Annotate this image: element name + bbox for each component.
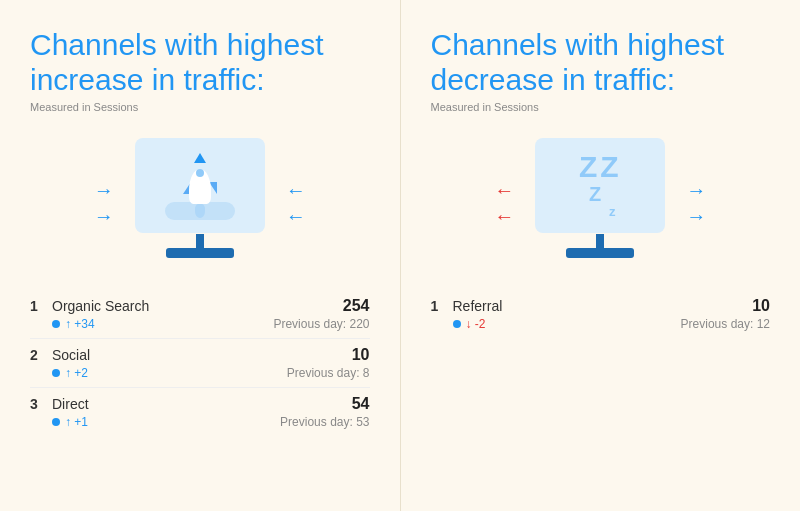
left-channel-list: 1 Organic Search 254 ↑ +34 Previous day:… — [30, 290, 370, 436]
rocket-nose — [194, 153, 206, 163]
channel-name-2: Social — [52, 347, 90, 363]
left-illustration: → → — [30, 125, 370, 280]
channel-row-bottom-1: ↑ +34 Previous day: 220 — [30, 317, 370, 331]
channel-name-group-2: 2 Social — [30, 347, 90, 363]
left-arrows-in: → → — [94, 180, 114, 226]
right-channel-row-top-1: 1 Referral 10 — [431, 297, 771, 315]
channel-name-1: Organic Search — [52, 298, 149, 314]
monitor-rocket — [130, 138, 270, 268]
channel-name-group-3: 3 Direct — [30, 396, 89, 412]
right-channel-row-bottom-1: ↓ -2 Previous day: 12 — [431, 317, 771, 331]
arrow-right-out-1: → — [686, 180, 706, 200]
rocket-window — [196, 169, 204, 177]
arrow-right-out-2: → — [686, 206, 706, 226]
channel-value-2: 10 — [352, 346, 370, 364]
channel-dot-1 — [52, 320, 60, 328]
channel-row-top-1: 1 Organic Search 254 — [30, 297, 370, 315]
right-channel-value-1: 10 — [752, 297, 770, 315]
monitor-zzz: ZZ Z z — [530, 138, 670, 268]
right-panel-title: Channels with highest decrease in traffi… — [431, 28, 771, 97]
right-channel-name-1: Referral — [453, 298, 503, 314]
channel-change-1: ↑ +34 — [65, 317, 95, 331]
channel-name-3: Direct — [52, 396, 89, 412]
right-panel: Channels with highest decrease in traffi… — [401, 0, 801, 511]
zzz-small-text: z — [609, 205, 616, 219]
channel-row-top-3: 3 Direct 54 — [30, 395, 370, 413]
channel-dot-3 — [52, 418, 60, 426]
channel-prev-2: Previous day: 8 — [287, 366, 370, 380]
right-channel-prev-1: Previous day: 12 — [681, 317, 770, 331]
channel-change-3: ↑ +1 — [65, 415, 88, 429]
right-illustration: ← ← ZZ Z z → → — [431, 125, 771, 280]
rocket-fuselage — [189, 169, 211, 204]
right-panel-subtitle: Measured in Sessions — [431, 101, 771, 113]
monitor-base-right — [566, 248, 634, 258]
channel-value-1: 254 — [343, 297, 370, 315]
channel-dot-group-2: ↑ +2 — [52, 366, 88, 380]
channel-dot-group-1: ↑ +34 — [52, 317, 95, 331]
monitor-neck — [196, 234, 204, 248]
channel-item-3: 3 Direct 54 ↑ +1 Previous day: 53 — [30, 388, 370, 436]
channel-rank-1: 1 — [30, 298, 44, 314]
right-channel-dot-group-1: ↓ -2 — [453, 317, 486, 331]
rocket-cloud — [165, 202, 235, 220]
right-channel-change-1: ↓ -2 — [466, 317, 486, 331]
channel-row-bottom-2: ↑ +2 Previous day: 8 — [30, 366, 370, 380]
monitor-base — [166, 248, 234, 258]
right-channel-rank-1: 1 — [431, 298, 445, 314]
channel-row-bottom-3: ↑ +1 Previous day: 53 — [30, 415, 370, 429]
zzz-med-text: Z — [589, 183, 601, 205]
channel-dot-2 — [52, 369, 60, 377]
channel-change-2: ↑ +2 — [65, 366, 88, 380]
arrow-left-out-2: ← — [494, 206, 514, 226]
channel-name-group-1: 1 Organic Search — [30, 298, 149, 314]
right-arrows-out: → → — [686, 180, 706, 226]
left-panel-title: Channels with highest increase in traffi… — [30, 28, 370, 97]
arrow-right-2: → — [94, 206, 114, 226]
channel-rank-3: 3 — [30, 396, 44, 412]
right-channel-dot-1 — [453, 320, 461, 328]
channel-item-1: 1 Organic Search 254 ↑ +34 Previous day:… — [30, 290, 370, 339]
monitor-neck-right — [596, 234, 604, 248]
channel-row-top-2: 2 Social 10 — [30, 346, 370, 364]
channel-rank-2: 2 — [30, 347, 44, 363]
left-panel: Channels with highest increase in traffi… — [0, 0, 401, 511]
left-panel-subtitle: Measured in Sessions — [30, 101, 370, 113]
arrow-right-1: → — [94, 180, 114, 200]
arrow-left-2: ← — [286, 206, 306, 226]
monitor-screen — [135, 138, 265, 233]
right-channel-list: 1 Referral 10 ↓ -2 Previous day: 12 — [431, 290, 771, 338]
right-channel-item-1: 1 Referral 10 ↓ -2 Previous day: 12 — [431, 290, 771, 338]
rocket-body-group — [180, 151, 220, 206]
channel-dot-group-3: ↑ +1 — [52, 415, 88, 429]
monitor-screen-right: ZZ Z z — [535, 138, 665, 233]
channel-value-3: 54 — [352, 395, 370, 413]
right-channel-name-group-1: 1 Referral — [431, 298, 503, 314]
right-arrows-in: ← ← — [286, 180, 306, 226]
left-arrows-out: ← ← — [494, 180, 514, 226]
zzz-big-text: ZZ — [579, 150, 622, 183]
arrow-left-out-1: ← — [494, 180, 514, 200]
arrow-left-1: ← — [286, 180, 306, 200]
channel-item-2: 2 Social 10 ↑ +2 Previous day: 8 — [30, 339, 370, 388]
zzz-display: ZZ Z z — [579, 150, 622, 219]
channel-prev-1: Previous day: 220 — [273, 317, 369, 331]
channel-prev-3: Previous day: 53 — [280, 415, 369, 429]
rocket — [165, 151, 235, 220]
